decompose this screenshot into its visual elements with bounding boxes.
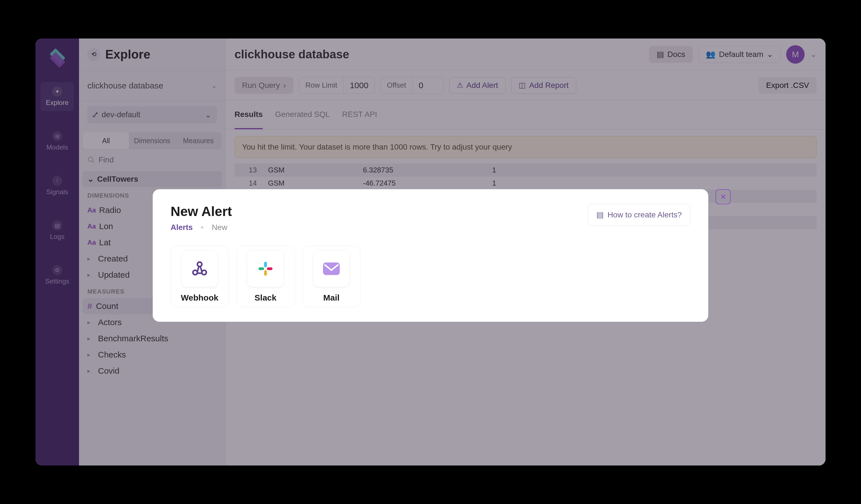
- modal-title: New Alert: [170, 204, 232, 219]
- crumb-current: New: [211, 223, 227, 232]
- svg-rect-9: [323, 263, 340, 275]
- alert-type-cards: Webhook Slack Mail: [170, 246, 691, 307]
- svg-point-3: [202, 270, 206, 275]
- webhook-icon: [181, 251, 218, 287]
- card-mail[interactable]: Mail: [302, 246, 360, 307]
- docs-icon: ▤: [596, 210, 604, 219]
- svg-point-2: [193, 270, 197, 275]
- slack-icon: [247, 251, 284, 287]
- svg-point-4: [197, 262, 202, 266]
- crumb-separator-icon: [201, 226, 203, 228]
- modal-overlay: ✕ New Alert Alerts New ▤ How to create A…: [36, 39, 825, 465]
- svg-rect-6: [259, 267, 264, 270]
- breadcrumb: Alerts New: [170, 223, 232, 232]
- help-link[interactable]: ▤ How to create Alerts?: [588, 204, 691, 226]
- crumb-root[interactable]: Alerts: [170, 223, 193, 232]
- new-alert-modal: ✕ New Alert Alerts New ▤ How to create A…: [153, 189, 708, 322]
- svg-rect-8: [267, 267, 273, 270]
- app-window: ✦ Explore ⊞ Models ! Signals ▤ Logs ⚙ Se…: [36, 39, 825, 465]
- card-label: Slack: [255, 293, 276, 303]
- card-label: Mail: [323, 293, 340, 303]
- mail-icon: [313, 251, 350, 287]
- close-icon: ✕: [720, 192, 726, 201]
- card-webhook[interactable]: Webhook: [170, 246, 229, 307]
- card-slack[interactable]: Slack: [236, 246, 295, 307]
- svg-rect-7: [264, 270, 267, 276]
- close-modal-button[interactable]: ✕: [715, 189, 730, 204]
- card-label: Webhook: [181, 293, 218, 303]
- svg-rect-5: [264, 262, 267, 267]
